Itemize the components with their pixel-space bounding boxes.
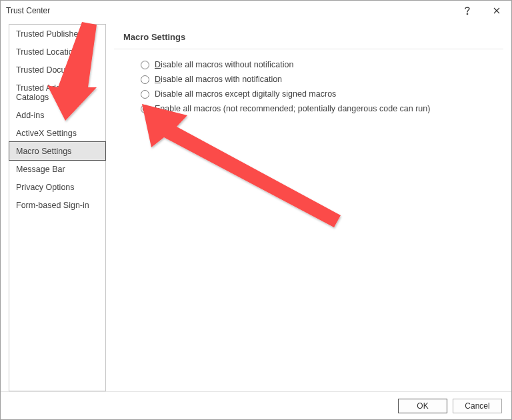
- sidebar: Trusted Publishers Trusted Locations Tru…: [9, 24, 106, 391]
- radio-disable-with-notification[interactable]: Disable all macros with notification: [141, 72, 503, 87]
- sidebar-item-trusted-publishers[interactable]: Trusted Publishers: [9, 25, 105, 43]
- button-label: Cancel: [465, 401, 489, 411]
- sidebar-item-add-ins[interactable]: Add-ins: [9, 106, 105, 124]
- radio-label: Disable all macros except digitally sign…: [155, 89, 336, 99]
- svg-point-0: [467, 13, 468, 15]
- ok-button[interactable]: OK: [398, 399, 447, 413]
- cancel-button[interactable]: Cancel: [453, 399, 502, 413]
- radio-label: Enable all macros (not recommended; pote…: [155, 104, 430, 113]
- sidebar-item-trusted-locations[interactable]: Trusted Locations: [9, 43, 105, 61]
- sidebar-item-label: Trusted Publishers: [16, 29, 85, 39]
- sidebar-item-label: Trusted Locations: [16, 47, 82, 57]
- radio-disable-no-notification[interactable]: Disable all macros without notification: [141, 57, 503, 72]
- sidebar-item-message-bar[interactable]: Message Bar: [9, 160, 105, 178]
- radio-enable-all-macros[interactable]: Enable all macros (not recommended; pote…: [141, 101, 503, 116]
- sidebar-item-privacy-options[interactable]: Privacy Options: [9, 178, 105, 196]
- sidebar-item-label: Add-ins: [16, 111, 44, 120]
- sidebar-item-label: Trusted Documents: [16, 65, 89, 75]
- sidebar-item-form-based-sign-in[interactable]: Form-based Sign-in: [9, 196, 105, 214]
- radio-icon: [141, 90, 149, 99]
- content-area: Trusted Publishers Trusted Locations Tru…: [9, 24, 503, 391]
- close-icon: [493, 7, 500, 14]
- sidebar-item-activex-settings[interactable]: ActiveX Settings: [9, 124, 105, 142]
- section-title: Macro Settings: [114, 24, 503, 49]
- sidebar-item-label: Form-based Sign-in: [16, 201, 89, 210]
- help-button[interactable]: [453, 1, 482, 21]
- radio-label: Disable all macros without notification: [155, 60, 293, 69]
- sidebar-item-trusted-addin-catalogs[interactable]: Trusted Add-in Catalogs: [9, 79, 105, 106]
- dialog-footer: OK Cancel: [1, 391, 511, 419]
- sidebar-item-label: Message Bar: [16, 165, 65, 174]
- radio-label: Disable all macros with notification: [155, 75, 282, 84]
- sidebar-item-label: Macro Settings: [16, 147, 71, 156]
- sidebar-item-macro-settings[interactable]: Macro Settings: [9, 141, 106, 161]
- radio-icon: [141, 75, 149, 84]
- macro-settings-radio-group: Disable all macros without notification …: [114, 49, 503, 116]
- help-icon: [464, 6, 471, 15]
- radio-icon: [141, 105, 149, 113]
- button-label: OK: [417, 401, 428, 411]
- radio-icon: [141, 61, 149, 69]
- window-title: Trust Center: [6, 6, 453, 15]
- radio-disable-except-signed[interactable]: Disable all macros except digitally sign…: [141, 87, 503, 101]
- main-panel: Macro Settings Disable all macros withou…: [114, 24, 503, 391]
- sidebar-item-trusted-documents[interactable]: Trusted Documents: [9, 61, 105, 79]
- titlebar: Trust Center: [1, 1, 511, 21]
- sidebar-item-label: Trusted Add-in Catalogs: [16, 83, 70, 102]
- sidebar-item-label: ActiveX Settings: [16, 129, 77, 138]
- close-button[interactable]: [482, 1, 511, 21]
- sidebar-item-label: Privacy Options: [16, 183, 75, 192]
